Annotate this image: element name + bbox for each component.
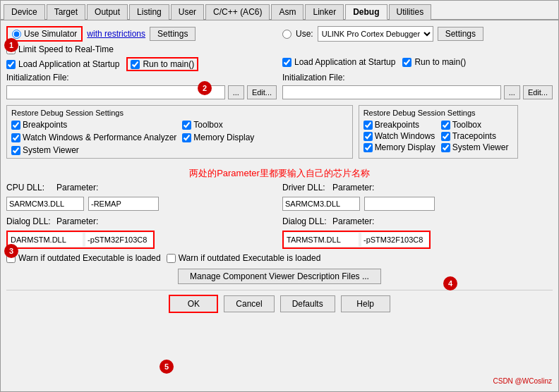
left-warn-row: Warn if outdated Executable is loaded bbox=[6, 253, 161, 263]
cancel-button[interactable]: Cancel bbox=[224, 295, 274, 312]
left-run-main-box: Run to main() bbox=[126, 57, 198, 71]
simulator-radio[interactable] bbox=[12, 30, 21, 39]
simulator-settings-btn[interactable]: Settings bbox=[150, 27, 196, 41]
right-init-label: Initialization File: bbox=[282, 73, 553, 82]
tab-asm[interactable]: Asm bbox=[271, 4, 303, 20]
right-restore-group: Restore Debug Session Settings Breakpoin… bbox=[359, 105, 518, 159]
tab-user[interactable]: User bbox=[171, 4, 204, 20]
left-ww-checkbox[interactable] bbox=[11, 133, 20, 142]
right-load-app-checkbox[interactable] bbox=[282, 58, 291, 67]
right-tp-checkbox[interactable] bbox=[441, 132, 450, 141]
left-run-main-checkbox[interactable] bbox=[131, 60, 140, 69]
marker-2: 2 bbox=[198, 81, 212, 95]
left-dialog-dll-label: Dialog DLL: bbox=[6, 216, 52, 226]
left-ww-label: Watch Windows & Performance Analyzer bbox=[23, 133, 176, 142]
manage-component-btn[interactable]: Manage Component Viewer Description File… bbox=[178, 269, 381, 284]
left-load-app-checkbox[interactable] bbox=[6, 60, 16, 69]
left-bp-checkbox[interactable] bbox=[11, 121, 20, 130]
left-bp-label: Breakpoints bbox=[23, 120, 67, 130]
right-bp-checkbox[interactable] bbox=[363, 121, 373, 130]
left-init-input[interactable] bbox=[6, 85, 225, 99]
tab-device[interactable]: Device bbox=[4, 4, 45, 20]
restrictions-link[interactable]: with restrictions bbox=[87, 29, 145, 39]
left-dialog-param-input[interactable] bbox=[85, 233, 152, 247]
left-tb-label: Toolbox bbox=[193, 120, 222, 130]
right-tb-checkbox[interactable] bbox=[441, 121, 450, 130]
right-ww-checkbox[interactable] bbox=[363, 132, 373, 141]
main-window: Device Target Output Listing User C/C++ … bbox=[0, 0, 559, 392]
tab-output[interactable]: Output bbox=[87, 4, 128, 20]
left-cpu-param-input[interactable] bbox=[88, 197, 159, 211]
right-driver-dll-input[interactable] bbox=[282, 197, 360, 211]
use-debugger-radio[interactable] bbox=[282, 30, 291, 39]
right-driver-param-label: Parameter: bbox=[332, 183, 374, 192]
tab-debug[interactable]: Debug bbox=[345, 4, 387, 20]
tab-linker[interactable]: Linker bbox=[305, 4, 344, 20]
debugger-settings-btn[interactable]: Settings bbox=[438, 27, 483, 41]
left-dialog-dll-input[interactable] bbox=[8, 233, 83, 247]
left-md-checkbox[interactable] bbox=[182, 133, 191, 142]
right-edit-btn[interactable]: Edit... bbox=[523, 85, 553, 99]
marker-4: 4 bbox=[443, 276, 457, 290]
right-dialog-param-label: Parameter: bbox=[332, 216, 374, 226]
tab-listing[interactable]: Listing bbox=[129, 4, 169, 20]
right-run-main-checkbox[interactable] bbox=[402, 58, 411, 67]
simulator-label: Use Simulator bbox=[24, 29, 77, 39]
left-load-app-label: Load Application at Startup bbox=[18, 59, 119, 69]
help-button[interactable]: Help bbox=[341, 295, 390, 312]
left-tb-checkbox[interactable] bbox=[182, 121, 191, 130]
param-notice: 两处的Parameter里都要输入自己的芯片名称 bbox=[6, 167, 553, 180]
right-sv-checkbox[interactable] bbox=[441, 143, 450, 152]
left-cpu-param-label: Parameter: bbox=[56, 183, 98, 192]
tab-bar: Device Target Output Listing User C/C++ … bbox=[1, 1, 558, 20]
content-area: Use Simulator with restrictions Settings… bbox=[1, 20, 558, 391]
limit-speed-label: Limit Speed to Real-Time bbox=[18, 44, 114, 54]
right-ww-label: Watch Windows bbox=[375, 131, 435, 141]
right-dialog-dll-label: Dialog DLL: bbox=[282, 216, 328, 226]
tab-cpp[interactable]: C/C++ (AC6) bbox=[205, 4, 270, 20]
right-md-label: Memory Display bbox=[375, 142, 435, 152]
right-driver-param-input[interactable] bbox=[364, 197, 435, 211]
right-md-checkbox[interactable] bbox=[363, 143, 373, 152]
tab-target[interactable]: Target bbox=[47, 4, 85, 20]
left-dialog-param-label: Parameter: bbox=[56, 216, 98, 226]
tab-utilities[interactable]: Utilities bbox=[389, 4, 432, 20]
use-simulator-group: Use Simulator bbox=[6, 26, 83, 42]
right-driver-dll-label: Driver DLL: bbox=[282, 183, 328, 192]
left-edit-btn[interactable]: Edit... bbox=[247, 85, 277, 99]
left-cpu-dll-input[interactable] bbox=[6, 197, 84, 211]
right-warn-checkbox[interactable] bbox=[167, 254, 176, 263]
left-restore-title: Restore Debug Session Settings bbox=[11, 109, 348, 117]
right-dialog-dll-input[interactable] bbox=[284, 233, 359, 247]
right-sv-label: System Viewer bbox=[452, 142, 509, 152]
ok-button[interactable]: OK bbox=[169, 295, 218, 313]
right-run-main-row: Run to main() bbox=[402, 57, 466, 67]
left-cpu-dll-label: CPU DLL: bbox=[6, 183, 52, 192]
left-md-label: Memory Display bbox=[193, 133, 254, 142]
right-dialog-param-input[interactable] bbox=[361, 233, 428, 247]
right-tb-label: Toolbox bbox=[452, 120, 481, 130]
left-init-label: Initialization File: bbox=[6, 73, 277, 82]
right-run-main-label: Run to main() bbox=[414, 57, 466, 67]
right-init-input[interactable] bbox=[282, 85, 501, 99]
watermark: CSDN @WCoslinz bbox=[493, 377, 553, 385]
right-warn-label: Warn if outdated Executable is loaded bbox=[179, 253, 321, 263]
marker-1: 1 bbox=[4, 38, 18, 52]
left-sv-label: System Viewer bbox=[23, 145, 79, 155]
left-sv-checkbox[interactable] bbox=[11, 146, 20, 155]
right-warn-row: Warn if outdated Executable is loaded bbox=[167, 253, 321, 263]
bottom-buttons: OK Cancel Defaults Help bbox=[6, 290, 553, 316]
left-run-main-label: Run to main() bbox=[143, 59, 194, 69]
use-label: Use: bbox=[296, 29, 313, 39]
debugger-select[interactable]: ULINK Pro Cortex Debugger bbox=[318, 26, 433, 42]
right-load-app-label: Load Application at Startup bbox=[294, 57, 395, 67]
right-bp-label: Breakpoints bbox=[375, 120, 419, 130]
defaults-button[interactable]: Defaults bbox=[280, 295, 335, 312]
left-browse-btn[interactable]: ... bbox=[228, 85, 244, 99]
right-tp-label: Tracepoints bbox=[452, 131, 496, 141]
marker-5: 5 bbox=[160, 360, 174, 374]
right-browse-btn[interactable]: ... bbox=[504, 85, 520, 99]
right-restore-title: Restore Debug Session Settings bbox=[363, 109, 513, 117]
manage-btn-row: Manage Component Viewer Description File… bbox=[6, 269, 553, 284]
left-warn-label: Warn if outdated Executable is loaded bbox=[18, 253, 161, 263]
